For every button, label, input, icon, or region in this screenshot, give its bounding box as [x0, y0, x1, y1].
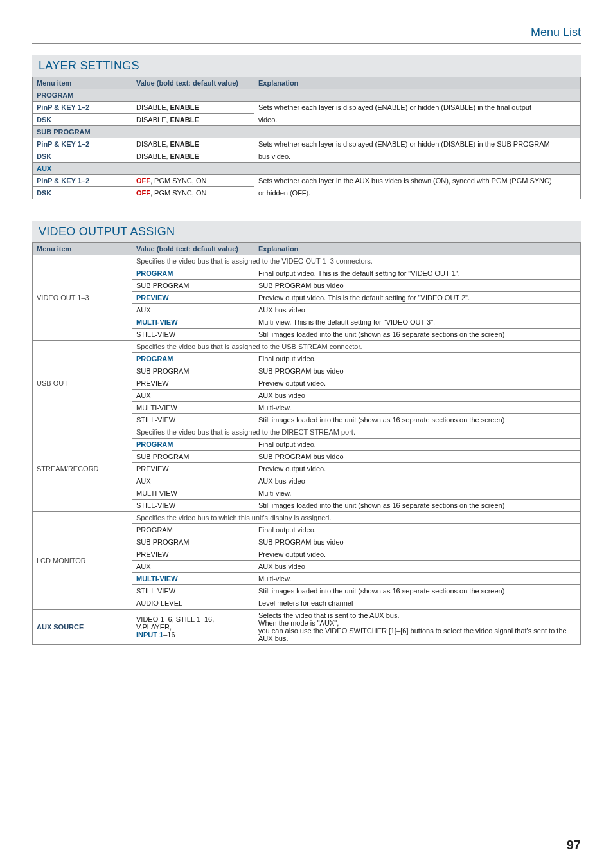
row-value: DISABLE, ENABLE [132, 102, 254, 114]
row-explain: Still images loaded into the unit (shown… [254, 500, 581, 512]
row-explain: Multi-view. This is the default setting … [254, 316, 581, 329]
row-explain: Still images loaded into the unit (shown… [254, 414, 581, 426]
row-value: STILL-VIEW [132, 585, 254, 597]
video-output-assign-table: Menu item Value (bold text: default valu… [32, 242, 581, 645]
group-subprogram: SUB PROGRAM [33, 126, 581, 138]
group-label: AUX [33, 163, 132, 175]
row-label: DSK [33, 187, 132, 199]
aux-source-row: AUX SOURCE VIDEO 1–6, STILL 1–16, V.PLAY… [33, 610, 581, 645]
row-value: SUB PROGRAM [132, 365, 254, 377]
row-value: PROGRAM [132, 439, 254, 451]
row-explain: Final output video. This is the default … [254, 267, 581, 280]
col-menu-item: Menu item [33, 243, 132, 255]
row-explain: Still images loaded into the unit (shown… [254, 585, 581, 597]
row-explain: Preview output video. [254, 548, 581, 561]
row-explain: Sets whether each layer is displayed (EN… [254, 138, 581, 150]
row-explain: Sets whether each layer in the AUX bus v… [254, 175, 581, 187]
col-explanation: Explanation [254, 243, 581, 255]
cat-lcd-monitor: LCD MONITOR [33, 512, 132, 610]
table-row: DSK DISABLE, ENABLE bus video. [33, 150, 581, 163]
row-value: SUB PROGRAM [132, 280, 254, 292]
spec-row: STREAM/RECORD Specifies the video bus th… [33, 426, 581, 439]
row-value: OFF, PGM SYNC, ON [132, 187, 254, 199]
row-explain: AUX bus video [254, 561, 581, 573]
row-value: AUX [132, 304, 254, 316]
row-value: PROGRAM [132, 524, 254, 536]
cat-aux-source: AUX SOURCE [33, 610, 132, 645]
row-explain: Preview output video. [254, 463, 581, 475]
row-value: OFF, PGM SYNC, ON [132, 175, 254, 187]
row-value: PROGRAM [132, 353, 254, 365]
row-value: MULTI-VIEW [132, 402, 254, 414]
row-explain: Multi-view. [254, 573, 581, 585]
row-value: DISABLE, ENABLE [132, 138, 254, 150]
row-value: PREVIEW [132, 463, 254, 475]
row-explain: Preview output video. This is the defaul… [254, 292, 581, 304]
spec-text: Specifies the video bus that is assigned… [132, 255, 581, 267]
group-program: PROGRAM [33, 89, 581, 102]
row-label: PinP & KEY 1–2 [33, 102, 132, 114]
spec-text: Specifies the video bus that is assigned… [132, 426, 581, 439]
row-label: DSK [33, 150, 132, 163]
group-aux: AUX [33, 163, 581, 175]
row-value: AUDIO LEVEL [132, 597, 254, 610]
row-value: PROGRAM [132, 267, 254, 280]
table-row: PinP & KEY 1–2 DISABLE, ENABLE Sets whet… [33, 102, 581, 114]
row-value: STILL-VIEW [132, 500, 254, 512]
row-value: STILL-VIEW [132, 329, 254, 341]
row-value: AUX [132, 390, 254, 402]
row-value: MULTI-VIEW [132, 487, 254, 500]
section-video-output-assign-title: VIDEO OUTPUT ASSIGN [32, 221, 581, 242]
row-value: AUX [132, 561, 254, 573]
row-explain: Sets whether each layer is displayed (EN… [254, 102, 581, 114]
row-explain: Still images loaded into the unit (shown… [254, 329, 581, 341]
row-label: DSK [33, 114, 132, 126]
row-explain: Final output video. [254, 353, 581, 365]
breadcrumb: Menu List [32, 26, 581, 44]
row-explain: Final output video. [254, 524, 581, 536]
row-value: DISABLE, ENABLE [132, 114, 254, 126]
row-explain: SUB PROGRAM bus video [254, 365, 581, 377]
row-explain: video. [254, 114, 581, 126]
row-value: SUB PROGRAM [132, 451, 254, 463]
row-value: PREVIEW [132, 548, 254, 561]
table-header-row: Menu item Value (bold text: default valu… [33, 243, 581, 255]
row-value: MULTI-VIEW [132, 573, 254, 585]
row-explain: SUB PROGRAM bus video [254, 536, 581, 548]
row-explain: Multi-view. [254, 402, 581, 414]
row-explain: SUB PROGRAM bus video [254, 451, 581, 463]
cat-stream-record: STREAM/RECORD [33, 426, 132, 512]
blank-cell [132, 163, 581, 175]
layer-settings-table: Menu item Value (bold text: default valu… [32, 77, 581, 199]
section-layer-settings-title: LAYER SETTINGS [32, 55, 581, 77]
blank-cell [132, 126, 581, 138]
row-label: PinP & KEY 1–2 [33, 175, 132, 187]
page-number: 97 [567, 838, 581, 853]
col-menu-item: Menu item [33, 77, 132, 89]
col-explanation: Explanation [254, 77, 581, 89]
col-value: Value (bold text: default value) [132, 77, 254, 89]
row-value: STILL-VIEW [132, 414, 254, 426]
spec-text: Specifies the video bus that is assigned… [132, 341, 581, 353]
spec-row: VIDEO OUT 1–3 Specifies the video bus th… [33, 255, 581, 267]
row-explain: AUX bus video [254, 304, 581, 316]
row-explain: AUX bus video [254, 475, 581, 487]
blank-cell [132, 89, 581, 102]
page: Menu List LAYER SETTINGS Menu item Value… [0, 0, 613, 868]
table-row: DSK OFF, PGM SYNC, ON or hidden (OFF). [33, 187, 581, 199]
table-row: PinP & KEY 1–2 OFF, PGM SYNC, ON Sets wh… [33, 175, 581, 187]
row-value: SUB PROGRAM [132, 536, 254, 548]
row-explain: Preview output video. [254, 377, 581, 390]
row-value: PREVIEW [132, 292, 254, 304]
table-row: PinP & KEY 1–2 DISABLE, ENABLE Sets whet… [33, 138, 581, 150]
table-row: DSK DISABLE, ENABLE video. [33, 114, 581, 126]
row-value: AUX [132, 475, 254, 487]
spec-text: Specifies the video bus to which this un… [132, 512, 581, 524]
row-value: VIDEO 1–6, STILL 1–16, V.PLAYER, INPUT 1… [132, 610, 254, 645]
row-explain: AUX bus video [254, 390, 581, 402]
row-explain: Selects the video that is sent to the AU… [254, 610, 581, 645]
row-explain: Multi-view. [254, 487, 581, 500]
row-explain: SUB PROGRAM bus video [254, 280, 581, 292]
row-explain: or hidden (OFF). [254, 187, 581, 199]
group-label: PROGRAM [33, 89, 132, 102]
